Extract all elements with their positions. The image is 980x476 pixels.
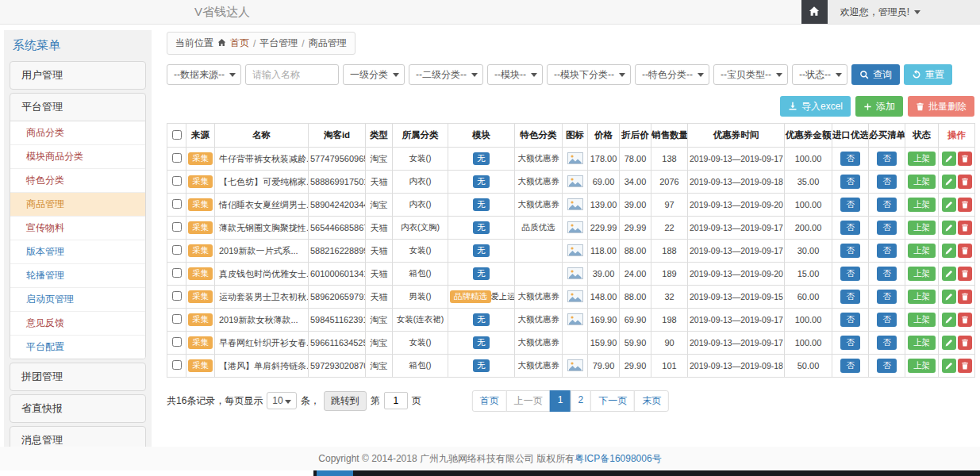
status-toggle[interactable]: 上架 xyxy=(908,244,936,258)
row-checkbox[interactable] xyxy=(172,222,182,232)
search-name-input[interactable] xyxy=(245,64,339,85)
filter-status-select[interactable]: --状态-- xyxy=(792,64,847,85)
delete-button[interactable] xyxy=(958,336,972,350)
row-checkbox[interactable] xyxy=(172,337,182,347)
imported-toggle[interactable]: 否 xyxy=(840,198,860,212)
search-button[interactable]: 查询 xyxy=(851,64,900,85)
edit-button[interactable] xyxy=(942,336,956,350)
must-buy-toggle[interactable]: 否 xyxy=(877,175,897,189)
jump-button[interactable]: 跳转到 xyxy=(324,391,367,411)
filter-module-select[interactable]: --模块-- xyxy=(487,64,543,85)
imported-toggle[interactable]: 否 xyxy=(840,290,860,304)
sidebar-subitem[interactable]: 模块商品分类 xyxy=(10,145,145,169)
status-toggle[interactable]: 上架 xyxy=(908,198,936,212)
filter-category1-select[interactable]: 一级分类 xyxy=(343,64,405,85)
imported-toggle[interactable]: 否 xyxy=(840,244,860,258)
sidebar-item[interactable]: 用户管理 xyxy=(10,62,145,89)
row-checkbox[interactable] xyxy=(172,314,182,324)
status-toggle[interactable]: 上架 xyxy=(908,267,936,281)
status-toggle[interactable]: 上架 xyxy=(908,313,936,327)
edit-button[interactable] xyxy=(942,221,956,235)
pagination-button[interactable]: 首页 xyxy=(472,390,507,412)
user-menu[interactable]: 欢迎您，管理员! xyxy=(828,0,980,24)
filter-source-select[interactable]: --数据来源-- xyxy=(167,64,241,85)
sidebar-item[interactable]: 拼团管理 xyxy=(10,363,145,390)
delete-button[interactable] xyxy=(958,175,972,189)
sidebar-subitem[interactable]: 商品管理 xyxy=(10,193,145,217)
row-checkbox[interactable] xyxy=(172,176,182,186)
breadcrumb-home-link[interactable]: 首页 xyxy=(230,36,249,50)
must-buy-toggle[interactable]: 否 xyxy=(877,267,897,281)
filter-feature-select[interactable]: --特色分类-- xyxy=(635,64,709,85)
row-checkbox[interactable] xyxy=(172,360,182,370)
must-buy-toggle[interactable]: 否 xyxy=(877,152,897,166)
pagination-button[interactable]: 下一页 xyxy=(590,390,635,412)
pagination-button[interactable]: 1 xyxy=(550,390,571,412)
filter-item-type-select[interactable]: --宝贝类型-- xyxy=(713,64,788,85)
home-button[interactable] xyxy=(801,0,828,24)
imported-toggle[interactable]: 否 xyxy=(840,152,860,166)
sidebar-subitem[interactable]: 意见反馈 xyxy=(10,312,145,336)
edit-button[interactable] xyxy=(942,267,956,281)
sidebar-subitem[interactable]: 轮播管理 xyxy=(10,264,145,288)
edit-button[interactable] xyxy=(942,313,956,327)
sidebar-subitem[interactable]: 特色分类 xyxy=(10,169,145,193)
pagination-button[interactable]: 末页 xyxy=(634,390,669,412)
row-checkbox[interactable] xyxy=(172,245,182,255)
edit-button[interactable] xyxy=(942,175,956,189)
imported-toggle[interactable]: 否 xyxy=(840,175,860,189)
page-number-input[interactable] xyxy=(384,392,408,409)
delete-button[interactable] xyxy=(958,313,972,327)
status-toggle[interactable]: 上架 xyxy=(908,336,936,350)
reset-button[interactable]: 重置 xyxy=(904,64,952,85)
imported-toggle[interactable]: 否 xyxy=(840,359,860,373)
must-buy-toggle[interactable]: 否 xyxy=(877,313,897,327)
pagination-button[interactable]: 2 xyxy=(571,390,592,412)
must-buy-toggle[interactable]: 否 xyxy=(877,244,897,258)
must-buy-toggle[interactable]: 否 xyxy=(877,290,897,304)
select-all-checkbox[interactable] xyxy=(172,130,182,140)
filter-module-sub-select[interactable]: --模块下分类-- xyxy=(547,64,631,85)
sidebar-subitem[interactable]: 版本管理 xyxy=(10,240,145,264)
imported-toggle[interactable]: 否 xyxy=(840,336,860,350)
delete-button[interactable] xyxy=(958,221,972,235)
sidebar-item[interactable]: 平台管理 xyxy=(10,94,145,121)
delete-button[interactable] xyxy=(958,152,972,166)
must-buy-toggle[interactable]: 否 xyxy=(877,198,897,212)
status-toggle[interactable]: 上架 xyxy=(908,359,936,373)
row-checkbox[interactable] xyxy=(172,268,182,278)
delete-button[interactable] xyxy=(958,244,972,258)
sidebar-subitem[interactable]: 宣传物料 xyxy=(10,217,145,240)
delete-button[interactable] xyxy=(958,198,972,212)
status-toggle[interactable]: 上架 xyxy=(908,152,936,166)
sidebar-item[interactable]: 省直快报 xyxy=(10,395,145,422)
sidebar-subitem[interactable]: 商品分类 xyxy=(10,121,145,145)
delete-button[interactable] xyxy=(958,290,972,304)
icp-link[interactable]: 粤ICP备16098006号 xyxy=(575,452,661,466)
filter-category2-select[interactable]: --二级分类-- xyxy=(409,64,483,85)
row-checkbox[interactable] xyxy=(172,153,182,163)
imported-toggle[interactable]: 否 xyxy=(840,313,860,327)
row-checkbox[interactable] xyxy=(172,199,182,209)
edit-button[interactable] xyxy=(942,244,956,258)
must-buy-toggle[interactable]: 否 xyxy=(877,359,897,373)
edit-button[interactable] xyxy=(942,290,956,304)
status-toggle[interactable]: 上架 xyxy=(908,175,936,189)
per-page-select[interactable]: 10 xyxy=(267,392,296,409)
sidebar-subitem[interactable]: 启动页管理 xyxy=(10,288,145,312)
sidebar-subitem[interactable]: 平台配置 xyxy=(10,336,145,359)
edit-button[interactable] xyxy=(942,198,956,212)
edit-button[interactable] xyxy=(942,152,956,166)
imported-toggle[interactable]: 否 xyxy=(840,267,860,281)
add-button[interactable]: 添加 xyxy=(855,96,903,117)
must-buy-toggle[interactable]: 否 xyxy=(877,221,897,235)
status-toggle[interactable]: 上架 xyxy=(908,290,936,304)
must-buy-toggle[interactable]: 否 xyxy=(877,336,897,350)
import-excel-button[interactable]: 导入excel xyxy=(780,96,851,117)
batch-delete-button[interactable]: 批量删除 xyxy=(908,96,974,117)
status-toggle[interactable]: 上架 xyxy=(908,221,936,235)
imported-toggle[interactable]: 否 xyxy=(840,221,860,235)
edit-button[interactable] xyxy=(942,359,956,373)
row-checkbox[interactable] xyxy=(172,291,182,301)
delete-button[interactable] xyxy=(958,267,972,281)
